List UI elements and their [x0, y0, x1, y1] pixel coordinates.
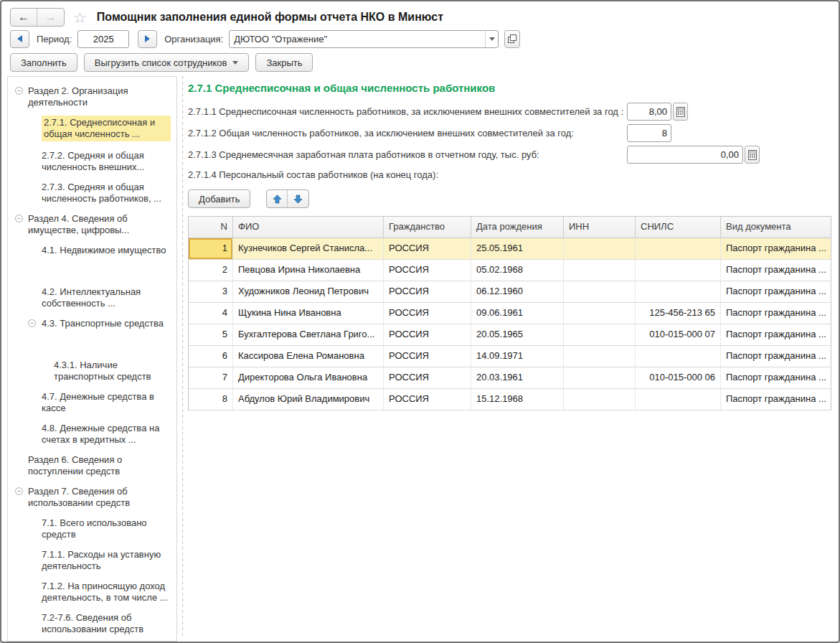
cell-citizenship[interactable]: РОССИЯ — [384, 367, 471, 388]
cell-citizenship[interactable]: РОССИЯ — [384, 389, 471, 410]
close-button[interactable]: Закрыть — [255, 53, 313, 72]
cell-n[interactable]: 3 — [189, 281, 233, 302]
cell-birthdate[interactable]: 20.05.1965 — [471, 324, 564, 345]
cell-n[interactable]: 8 — [189, 389, 233, 410]
cell-citizenship[interactable]: РОССИЯ — [384, 346, 471, 367]
fill-button[interactable]: Заполнить — [10, 53, 77, 72]
cell-fio[interactable]: Кассирова Елена Романовна — [233, 346, 384, 367]
cell-fio[interactable]: Щукина Нина Ивановна — [233, 303, 384, 324]
sidebar-item-4-2[interactable]: 4.2. Интеллектуальная собственность ... — [8, 286, 174, 309]
organization-dropdown-button[interactable] — [485, 31, 498, 47]
employee-row[interactable]: 2 Певцова Ирина Николаевна РОССИЯ 05.02.… — [189, 260, 831, 281]
employee-row[interactable]: 6 Кассирова Елена Романовна РОССИЯ 14.09… — [189, 346, 831, 367]
cell-fio[interactable]: Бухгалтерова Светлана Григо... — [233, 324, 384, 345]
cell-inn[interactable] — [564, 324, 636, 345]
sidebar-item-2-7-2[interactable]: 2.7.2. Средняя и общая численность внешн… — [8, 150, 174, 173]
cell-snils[interactable] — [636, 260, 721, 281]
cell-citizenship[interactable]: РОССИЯ — [384, 281, 471, 302]
cell-snils[interactable] — [636, 389, 721, 410]
collapse-icon[interactable] — [15, 215, 23, 222]
cell-doc[interactable]: Паспорт гражданина ... — [721, 346, 831, 367]
collapse-icon[interactable] — [28, 319, 36, 327]
sidebar-item-7-1-1[interactable]: 7.1.1. Расходы на уставную деятельность — [8, 549, 174, 572]
cell-citizenship[interactable]: РОССИЯ — [384, 324, 471, 345]
forward-button[interactable]: → — [37, 9, 64, 26]
avg-salary-input[interactable] — [627, 146, 743, 164]
cell-snils[interactable] — [636, 346, 721, 367]
cell-birthdate[interactable]: 14.09.1971 — [471, 346, 564, 367]
cell-citizenship[interactable]: РОССИЯ — [384, 238, 471, 259]
cell-birthdate[interactable]: 15.12.1968 — [471, 389, 564, 410]
favorite-star-icon[interactable]: ☆ — [73, 10, 87, 25]
cell-doc[interactable]: Паспорт гражданина ... — [721, 260, 831, 281]
period-input[interactable] — [77, 30, 129, 48]
sidebar-item-section-2[interactable]: Раздел 2. Организация деятельности — [8, 85, 174, 108]
employee-row[interactable]: 4 Щукина Нина Ивановна РОССИЯ 09.06.1961… — [189, 303, 831, 324]
cell-snils[interactable] — [636, 281, 721, 302]
employee-row[interactable]: 3 Художников Леонид Петрович РОССИЯ 06.1… — [189, 281, 831, 303]
cell-fio[interactable]: Директорова Ольга Ивановна — [233, 367, 384, 388]
calculator-button[interactable] — [745, 146, 760, 164]
sidebar-item-4-1[interactable]: 4.1. Недвижимое имущество — [8, 245, 174, 256]
cell-n[interactable]: 1 — [189, 238, 233, 259]
collapse-icon[interactable] — [15, 487, 23, 495]
cell-n[interactable]: 7 — [189, 367, 233, 388]
sidebar-item-section-6[interactable]: Раздел 6. Сведения о поступлении средств — [8, 454, 174, 477]
cell-inn[interactable] — [564, 238, 636, 259]
cell-birthdate[interactable]: 09.06.1961 — [471, 303, 564, 324]
cell-inn[interactable] — [564, 367, 636, 388]
add-row-button[interactable]: Добавить — [188, 189, 250, 208]
cell-inn[interactable] — [564, 260, 636, 281]
employee-row[interactable]: 8 Абдулов Юрий Владимирович РОССИЯ 15.12… — [189, 389, 831, 410]
cell-n[interactable]: 6 — [189, 346, 233, 367]
cell-n[interactable]: 5 — [189, 324, 233, 345]
sidebar-splitter[interactable] — [177, 76, 188, 642]
cell-doc[interactable]: Паспорт гражданина ... — [721, 367, 831, 388]
employee-row[interactable]: 5 Бухгалтерова Светлана Григо... РОССИЯ … — [189, 324, 831, 346]
cell-n[interactable]: 2 — [189, 260, 233, 281]
cell-inn[interactable] — [564, 303, 636, 324]
cell-doc[interactable]: Паспорт гражданина ... — [721, 303, 831, 324]
sidebar-item-section-4[interactable]: Раздел 4. Сведения об имуществе, цифровы… — [8, 213, 174, 236]
cell-birthdate[interactable]: 20.03.1961 — [471, 367, 564, 388]
move-down-button[interactable] — [288, 190, 308, 207]
move-up-button[interactable] — [267, 190, 288, 207]
sidebar-item-2-7-1[interactable]: 2.7.1. Среднесписочная и общая численнос… — [8, 117, 174, 141]
cell-fio[interactable]: Абдулов Юрий Владимирович — [233, 389, 384, 410]
cell-snils[interactable]: 125-456-213 65 — [636, 303, 721, 324]
sidebar-item-7-1[interactable]: 7.1. Всего использовано средств — [8, 517, 174, 540]
cell-inn[interactable] — [564, 389, 636, 410]
employee-row[interactable]: 1 Кузнечиков Сергей Станисла... РОССИЯ 2… — [189, 238, 831, 260]
sidebar-item-4-3-1[interactable]: 4.3.1. Наличие транспортных средств — [8, 360, 174, 382]
organization-open-button[interactable] — [504, 30, 520, 48]
cell-doc[interactable]: Паспорт гражданина ... — [721, 281, 831, 302]
sidebar-item-4-8[interactable]: 4.8. Денежные средства на счетах в креди… — [8, 423, 174, 446]
avg-headcount-input[interactable] — [627, 103, 671, 121]
cell-fio[interactable]: Кузнечиков Сергей Станисла... — [233, 238, 384, 259]
cell-citizenship[interactable]: РОССИЯ — [384, 260, 471, 281]
sidebar-item-section-7[interactable]: Раздел 7. Сведения об использовании сред… — [8, 486, 174, 509]
period-prev-button[interactable] — [10, 30, 29, 48]
sidebar-item-2-7-3[interactable]: 2.7.3. Средняя и общая численность работ… — [8, 182, 174, 205]
cell-doc[interactable]: Паспорт гражданина ... — [721, 389, 831, 410]
cell-doc[interactable]: Паспорт гражданина ... — [721, 324, 831, 345]
cell-snils[interactable]: 010-015-000 07 — [636, 324, 721, 345]
cell-birthdate[interactable]: 25.05.1961 — [471, 238, 564, 259]
organization-combobox[interactable]: ДЮТОО "Отражение" — [229, 30, 499, 48]
total-headcount-input[interactable] — [627, 124, 671, 142]
sidebar-item-7-2-7-6[interactable]: 7.2-7.6. Сведения об использовании средс… — [8, 612, 174, 635]
calculator-button[interactable] — [673, 103, 688, 121]
cell-doc[interactable]: Паспорт гражданина ... — [721, 238, 831, 259]
cell-birthdate[interactable]: 06.12.1960 — [471, 281, 564, 302]
cell-fio[interactable]: Певцова Ирина Николаевна — [233, 260, 384, 281]
cell-n[interactable]: 4 — [189, 303, 233, 324]
sidebar-item-7-1-2[interactable]: 7.1.2. На приносящую доход деятельность,… — [8, 581, 174, 604]
collapse-icon[interactable] — [15, 87, 23, 95]
period-next-button[interactable] — [138, 30, 157, 48]
cell-inn[interactable] — [564, 281, 636, 302]
export-employees-button[interactable]: Выгрузить список сотрудников — [84, 53, 250, 72]
cell-birthdate[interactable]: 05.02.1968 — [471, 260, 564, 281]
cell-citizenship[interactable]: РОССИЯ — [384, 303, 471, 324]
cell-fio[interactable]: Художников Леонид Петрович — [233, 281, 384, 302]
back-button[interactable]: ← — [11, 9, 37, 26]
